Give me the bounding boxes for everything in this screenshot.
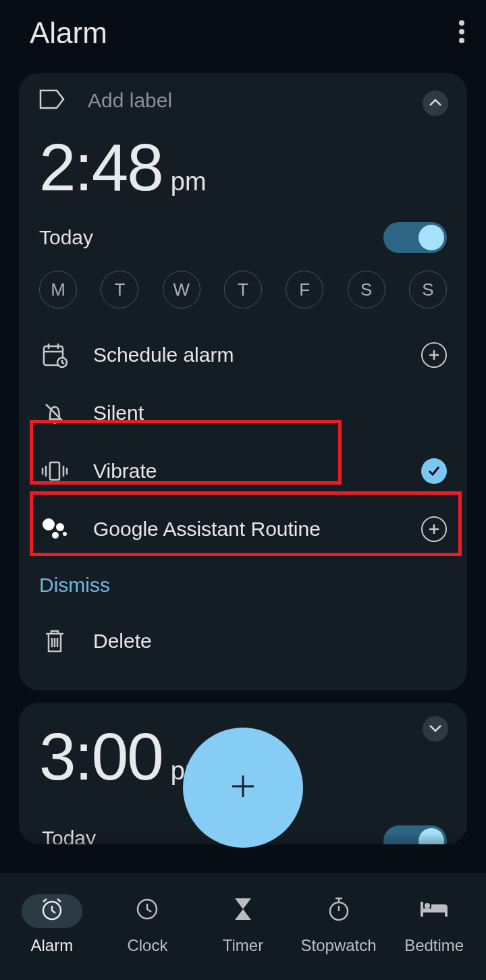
day-sun[interactable]: S (409, 271, 447, 308)
when-label: Today (39, 226, 93, 249)
svg-point-1 (459, 29, 464, 34)
alarm-ampm: pm (171, 167, 207, 196)
svg-point-7 (56, 523, 64, 531)
trash-icon (39, 628, 70, 654)
alarm-card-expanded: Add label 2:48 pm Today M T W T F S S Sc… (19, 73, 467, 690)
chevron-up-icon (429, 97, 442, 109)
delete-label: Delete (93, 630, 152, 653)
nav-timer-label: Timer (223, 936, 263, 955)
chevron-down-icon (429, 723, 442, 735)
alarm-time-button[interactable]: 2:48 pm (39, 130, 447, 206)
day-wed[interactable]: W (163, 271, 200, 308)
day-sat[interactable]: S (348, 271, 385, 308)
alarm-time-2: 3:00 (39, 719, 163, 795)
assistant-icon (39, 518, 70, 541)
sound-row[interactable]: Silent (39, 384, 447, 442)
nav-clock[interactable]: Clock (100, 894, 194, 955)
stopwatch-icon (327, 896, 351, 926)
day-mon[interactable]: M (39, 271, 77, 308)
nav-stopwatch-label: Stopwatch (301, 936, 377, 955)
dismiss-button[interactable]: Dismiss (39, 563, 110, 607)
nav-alarm-label: Alarm (30, 936, 73, 955)
bed-icon (419, 899, 449, 923)
svg-point-2 (459, 38, 464, 43)
nav-clock-label: Clock (127, 936, 167, 955)
add-routine-icon[interactable] (421, 516, 447, 542)
add-label-row[interactable]: Add label (39, 89, 447, 112)
expand-button[interactable] (423, 716, 448, 742)
alarm-icon (39, 896, 65, 926)
day-tue[interactable]: T (101, 271, 138, 308)
nav-alarm[interactable]: Alarm (5, 894, 99, 955)
bottom-navigation: Alarm Clock Timer Stopwatch Bedtime (0, 873, 486, 980)
bell-off-icon (39, 400, 70, 426)
vibrate-label: Vibrate (93, 460, 157, 483)
nav-timer[interactable]: Timer (196, 894, 290, 955)
clock-icon (135, 897, 159, 925)
vibrate-checked-icon (421, 458, 447, 484)
svg-point-8 (52, 532, 59, 539)
weekday-selector: M T W T F S S (39, 271, 447, 308)
add-schedule-icon[interactable] (421, 342, 447, 368)
collapse-button[interactable] (423, 90, 448, 116)
sound-label: Silent (93, 402, 144, 425)
more-options-icon[interactable] (459, 20, 464, 46)
calendar-icon (39, 342, 70, 368)
label-placeholder: Add label (88, 89, 172, 112)
plus-icon (229, 772, 257, 803)
add-alarm-fab[interactable] (183, 728, 303, 848)
hourglass-icon (232, 897, 254, 925)
assistant-label: Google Assistant Routine (93, 518, 321, 541)
day-fri[interactable]: F (286, 271, 323, 308)
svg-point-13 (425, 903, 430, 908)
page-title: Alarm (30, 16, 107, 50)
svg-point-9 (63, 532, 67, 536)
svg-point-0 (459, 20, 464, 26)
nav-bedtime-label: Bedtime (404, 936, 464, 955)
delete-row[interactable]: Delete (39, 612, 447, 670)
alarm-time: 2:48 (39, 130, 163, 206)
vibrate-icon (39, 460, 70, 482)
nav-stopwatch[interactable]: Stopwatch (292, 894, 386, 955)
alarm-toggle[interactable] (383, 222, 447, 253)
nav-bedtime[interactable]: Bedtime (387, 894, 481, 955)
vibrate-row[interactable]: Vibrate (39, 442, 447, 500)
svg-point-6 (43, 518, 55, 530)
svg-rect-5 (50, 462, 59, 480)
assistant-routine-row[interactable]: Google Assistant Routine (39, 500, 447, 558)
label-icon (39, 89, 65, 112)
schedule-label: Schedule alarm (93, 344, 234, 366)
day-thu[interactable]: T (224, 271, 262, 308)
schedule-alarm-row[interactable]: Schedule alarm (39, 326, 447, 384)
